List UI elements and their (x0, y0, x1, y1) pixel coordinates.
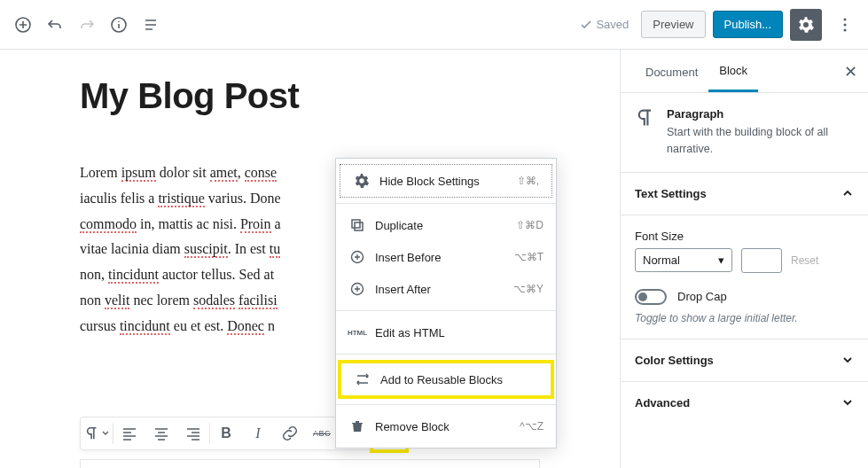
settings-button[interactable] (790, 9, 822, 41)
info-button[interactable] (103, 9, 135, 41)
svg-rect-8 (352, 220, 360, 228)
menu-shortcut: ⌥⌘T (514, 251, 543, 263)
text-settings-panel-toggle[interactable]: Text Settings (621, 173, 868, 215)
menu-shortcut: ⇧⌘D (516, 219, 543, 231)
saved-label: Saved (596, 18, 629, 31)
menu-remove-block[interactable]: Remove Block ^⌥Z (336, 410, 556, 442)
post-title[interactable]: My Blog Post (80, 76, 540, 116)
paragraph-type-button[interactable] (81, 417, 113, 449)
menu-shortcut: ⌥⌘Y (513, 283, 543, 295)
advanced-panel-toggle[interactable]: Advanced (621, 382, 868, 424)
add-block-button[interactable] (7, 9, 39, 41)
menu-label: Add to Reusable Blocks (380, 373, 538, 386)
drop-cap-toggle[interactable] (635, 289, 667, 305)
chevron-down-icon (841, 354, 854, 366)
align-center-button[interactable] (145, 417, 177, 449)
menu-label: Remove Block (375, 420, 511, 433)
block-description: Start with the building block of all nar… (667, 124, 854, 158)
drop-cap-hint: Toggle to show a large initial letter. (635, 312, 854, 324)
chevron-down-icon (841, 396, 854, 409)
block-name: Paragraph (667, 107, 854, 121)
preview-button[interactable]: Preview (641, 11, 705, 38)
publish-button[interactable]: Publish... (713, 11, 783, 38)
reset-button[interactable]: Reset (791, 254, 818, 267)
reusable-icon (354, 370, 371, 388)
menu-insert-before[interactable]: Insert Before ⌥⌘T (336, 241, 556, 273)
insert-after-icon (348, 280, 366, 298)
chevron-up-icon (841, 187, 854, 199)
menu-duplicate[interactable]: Duplicate ⇧⌘D (336, 209, 556, 241)
tab-block[interactable]: Block (708, 50, 758, 92)
font-size-select[interactable]: Normal ▾ (635, 248, 732, 272)
panel-title: Advanced (635, 396, 690, 410)
insert-before-icon (348, 248, 366, 266)
color-settings-panel-toggle[interactable]: Color Settings (621, 339, 868, 382)
menu-label: Insert After (375, 283, 504, 296)
font-size-number-input[interactable] (741, 248, 782, 273)
selected-paragraph-block[interactable]: Was this post useful? Let us know in the… (80, 459, 540, 468)
font-size-value: Normal (643, 254, 680, 267)
close-sidebar-button[interactable]: ✕ (844, 62, 857, 82)
svg-point-2 (844, 18, 847, 20)
top-more-button[interactable] (829, 9, 861, 41)
tab-document[interactable]: Document (635, 51, 708, 91)
chevron-down-icon: ▾ (718, 254, 724, 267)
align-right-button[interactable] (177, 417, 209, 449)
svg-point-3 (844, 23, 847, 26)
panel-title: Text Settings (635, 187, 707, 200)
menu-label: Insert Before (375, 251, 505, 264)
svg-rect-9 (355, 222, 363, 230)
menu-label: Hide Block Settings (379, 175, 508, 188)
gear-icon (353, 172, 371, 190)
link-button[interactable] (274, 417, 306, 449)
menu-edit-html[interactable]: HTML Edit as HTML (336, 316, 556, 348)
outline-button[interactable] (135, 9, 167, 41)
drop-cap-label: Drop Cap (677, 290, 727, 303)
align-left-button[interactable] (113, 417, 145, 449)
trash-icon (348, 417, 366, 435)
menu-hide-block-settings[interactable]: Hide Block Settings ⇧⌘, (340, 164, 552, 198)
redo-button (71, 9, 103, 41)
italic-button[interactable]: I (242, 417, 274, 449)
menu-add-reusable[interactable]: Add to Reusable Blocks (341, 363, 551, 395)
paragraph-icon (635, 107, 656, 129)
menu-insert-after[interactable]: Insert After ⌥⌘Y (336, 273, 556, 305)
font-size-label: Font Size (635, 230, 854, 243)
svg-point-4 (844, 28, 847, 31)
bold-button[interactable]: B (210, 417, 242, 449)
panel-title: Color Settings (635, 354, 714, 367)
menu-label: Edit as HTML (375, 326, 543, 339)
menu-label: Duplicate (375, 219, 507, 232)
undo-button[interactable] (39, 9, 71, 41)
saved-indicator: Saved (580, 18, 629, 31)
menu-shortcut: ⇧⌘, (517, 175, 539, 187)
menu-shortcut: ^⌥Z (520, 420, 543, 433)
strikethrough-button[interactable]: ABC (306, 417, 338, 449)
copy-icon (348, 216, 366, 234)
html-icon: HTML (348, 324, 366, 341)
block-options-menu: Hide Block Settings ⇧⌘, Duplicate ⇧⌘D In… (335, 158, 557, 448)
